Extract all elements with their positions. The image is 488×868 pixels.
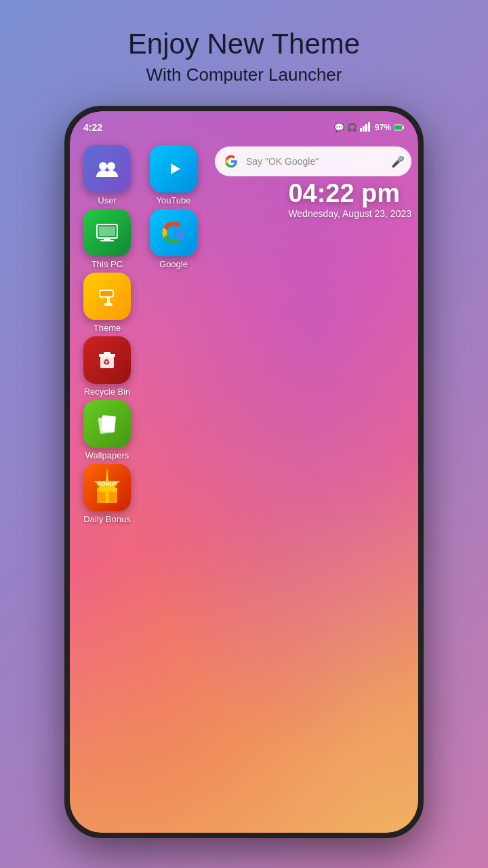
dailybonus-icon-bg: BONUS: [83, 464, 131, 511]
page-subtitle: With Computer Launcher: [128, 64, 360, 85]
thispc-app-label: This PC: [92, 259, 123, 269]
svg-rect-3: [368, 122, 370, 132]
svg-rect-1: [363, 126, 365, 132]
clock-widget: 04:22 pm Wednesday, August 23, 2023: [288, 179, 411, 219]
search-placeholder: Say "OK Google": [246, 156, 386, 167]
battery-indicator: 97%: [375, 123, 391, 132]
chat-notification-icon: 💬: [334, 123, 344, 132]
phone-mockup: 4:22 💬 🎧 97%: [64, 106, 424, 838]
svg-rect-15: [100, 291, 113, 296]
clock-time: 04:22 pm: [288, 179, 411, 208]
svg-text:BONUS: BONUS: [98, 481, 118, 487]
wallpapers-icon-bg: [83, 400, 131, 448]
app-icon-theme[interactable]: Theme: [77, 273, 138, 333]
app-icon-recycle[interactable]: ♻ Recycle Bin: [77, 336, 138, 397]
app-icon-user[interactable]: User: [77, 145, 138, 205]
battery-icon: [394, 121, 405, 134]
signal-icon: [360, 122, 372, 134]
app-icon-thispc[interactable]: This PC: [77, 209, 138, 269]
svg-rect-11: [99, 226, 115, 236]
app-icon-google[interactable]: Google: [143, 209, 204, 269]
youtube-app-label: YouTube: [156, 195, 190, 205]
user-icon-bg: [83, 145, 131, 193]
app-icon-wallpapers[interactable]: Wallpapers: [77, 400, 138, 460]
google-icon-bg: [150, 209, 197, 256]
dailybonus-app-label: Daily Bonus: [83, 514, 130, 524]
user-app-label: User: [98, 195, 116, 205]
app-row-3: ♻ Recycle Bin: [77, 336, 219, 397]
svg-rect-12: [104, 238, 110, 240]
thispc-icon-bg: [83, 209, 131, 256]
headset-icon: 🎧: [347, 123, 357, 132]
svg-marker-9: [171, 163, 180, 174]
svg-rect-23: [101, 416, 116, 433]
app-row-1: This PC Google: [77, 209, 219, 269]
status-bar: 4:22 💬 🎧 97%: [70, 111, 418, 138]
svg-rect-13: [100, 240, 114, 241]
svg-text:♻: ♻: [103, 358, 110, 366]
apps-container: User YouTube: [77, 145, 219, 524]
svg-rect-0: [360, 128, 362, 132]
theme-icon-bg: [83, 273, 131, 320]
recycle-icon-bg: ♻: [83, 336, 131, 384]
app-row-2: Theme: [77, 273, 219, 333]
page-title: Enjoy New Theme: [128, 27, 360, 61]
google-g-logo: [222, 152, 241, 171]
google-app-label: Google: [159, 259, 188, 269]
svg-rect-17: [104, 303, 113, 306]
svg-point-8: [107, 162, 115, 170]
phone-frame: 4:22 💬 🎧 97%: [64, 106, 424, 838]
wallpapers-app-label: Wallpapers: [85, 450, 129, 460]
status-time: 4:22: [83, 122, 102, 133]
svg-rect-2: [365, 124, 367, 132]
svg-point-7: [99, 162, 107, 170]
google-search-bar[interactable]: Say "OK Google" 🎤: [215, 146, 411, 176]
app-icon-youtube[interactable]: YouTube: [143, 145, 204, 205]
app-row-0: User YouTube: [77, 145, 219, 205]
svg-rect-6: [394, 125, 401, 130]
app-icon-dailybonus[interactable]: BONUS Daily Bonus: [77, 464, 138, 524]
microphone-icon[interactable]: 🎤: [391, 155, 405, 168]
app-row-4: Wallpapers: [77, 400, 219, 460]
theme-app-label: Theme: [94, 323, 121, 333]
youtube-icon-bg: [150, 145, 197, 193]
svg-rect-5: [403, 126, 404, 129]
clock-date: Wednesday, August 23, 2023: [288, 208, 411, 219]
status-icons: 💬 🎧 97%: [334, 121, 405, 134]
app-row-5: BONUS Daily Bonus: [77, 464, 219, 524]
recycle-app-label: Recycle Bin: [84, 387, 131, 397]
phone-screen: 4:22 💬 🎧 97%: [70, 111, 418, 833]
svg-rect-20: [104, 352, 110, 355]
svg-rect-27: [106, 488, 108, 503]
